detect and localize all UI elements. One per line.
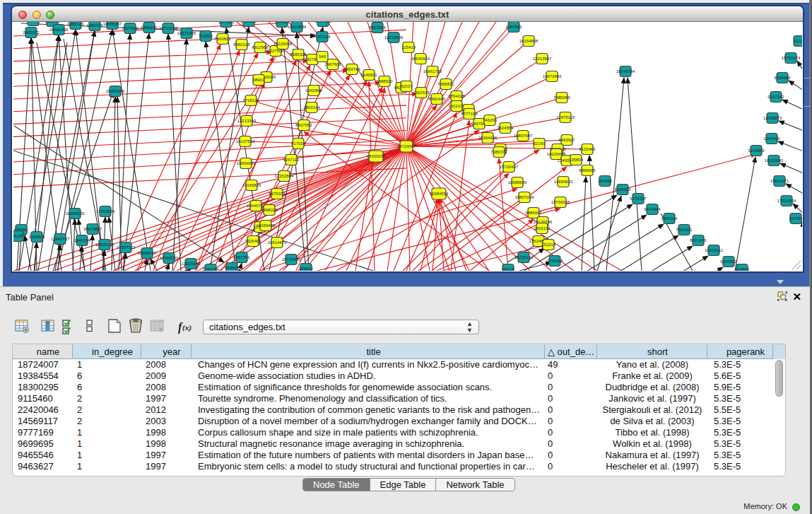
svg-text:8678332: 8678332: [269, 192, 286, 196]
svg-text:2087682: 2087682: [505, 25, 522, 29]
svg-text:9227342: 9227342: [767, 95, 784, 99]
svg-text:188045: 188045: [45, 22, 60, 23]
svg-text:15716485: 15716485: [282, 257, 301, 262]
svg-text:15226058: 15226058: [273, 42, 293, 46]
svg-text:8471676: 8471676: [690, 238, 707, 243]
svg-text:8186328: 8186328: [290, 52, 307, 57]
svg-text:9115460: 9115460: [579, 147, 596, 151]
svg-text:7625402: 7625402: [245, 239, 261, 243]
svg-text:19218506: 19218506: [384, 35, 404, 40]
svg-text:1244415: 1244415: [763, 136, 780, 141]
svg-text:10973493: 10973493: [543, 74, 562, 78]
svg-text:10807487: 10807487: [514, 134, 533, 138]
svg-text:15692971: 15692971: [770, 179, 789, 183]
svg-text:1362615: 1362615: [413, 90, 430, 95]
svg-text:817008: 817008: [291, 141, 306, 146]
svg-text:15751074: 15751074: [782, 56, 801, 60]
svg-text:944501: 944501: [225, 266, 240, 270]
svg-text:16782759: 16782759: [160, 256, 179, 260]
svg-text:12923446: 12923446: [182, 262, 201, 266]
svg-text:39159: 39159: [13, 234, 24, 238]
svg-text:164095: 164095: [598, 179, 613, 183]
svg-text:8454749: 8454749: [343, 67, 360, 71]
svg-text:1733426: 1733426: [546, 259, 563, 263]
svg-text:9457791: 9457791: [233, 255, 250, 259]
svg-text:9455011: 9455011: [241, 22, 258, 23]
svg-text:7632621: 7632621: [676, 228, 693, 232]
svg-text:9777169: 9777169: [461, 112, 478, 116]
svg-text:1292344: 1292344: [202, 267, 219, 271]
svg-text:7386372: 7386372: [490, 150, 507, 154]
svg-text:10654112: 10654112: [705, 248, 724, 252]
svg-text:62160: 62160: [534, 141, 546, 146]
svg-text:98901: 98901: [253, 78, 265, 82]
svg-text:10719155: 10719155: [159, 26, 178, 30]
svg-text:12905135: 12905135: [95, 243, 114, 247]
svg-text:1815132: 1815132: [534, 226, 551, 230]
svg-text:12942737: 12942737: [51, 237, 70, 241]
svg-text:18724007: 18724007: [397, 144, 416, 148]
svg-text:8990448: 8990448: [428, 97, 445, 101]
svg-text:10958107: 10958107: [138, 251, 157, 255]
svg-text:94052: 94052: [28, 22, 40, 23]
svg-text:2405572: 2405572: [23, 30, 40, 35]
svg-text:19384554: 19384554: [430, 192, 449, 196]
svg-text:16107553: 16107553: [236, 139, 255, 144]
svg-text:20364436: 20364436: [478, 136, 498, 140]
svg-text:746266: 746266: [483, 118, 498, 122]
svg-text:7955812: 7955812: [437, 82, 454, 86]
svg-text:125419: 125419: [401, 45, 416, 49]
svg-text:924565: 924565: [735, 267, 750, 271]
svg-text:19166825: 19166825: [242, 183, 261, 187]
svg-text:252214: 252214: [541, 243, 556, 247]
svg-text:17357223: 17357223: [117, 245, 136, 250]
svg-text:8813054: 8813054: [369, 25, 386, 30]
svg-text:116753: 116753: [789, 216, 802, 221]
svg-text:20206535: 20206535: [66, 211, 85, 216]
svg-text:(x): (x): [182, 323, 192, 332]
svg-text:7357224: 7357224: [314, 35, 331, 39]
svg-text:16033809: 16033809: [288, 25, 307, 29]
svg-text:1784522: 1784522: [314, 22, 331, 23]
svg-text:16210643: 16210643: [765, 158, 784, 163]
svg-text:135804: 135804: [569, 158, 584, 162]
svg-text:12213369: 12213369: [237, 119, 257, 123]
svg-text:12353594: 12353594: [275, 174, 294, 178]
svg-text:20053346: 20053346: [106, 89, 125, 93]
svg-text:16099489: 16099489: [257, 223, 276, 228]
svg-text:9146821: 9146821: [360, 73, 377, 77]
svg-text:2803144: 2803144: [303, 105, 320, 110]
svg-text:10688609: 10688609: [508, 180, 527, 185]
svg-text:17016504: 17016504: [777, 199, 796, 203]
svg-text:82037: 82037: [401, 84, 413, 88]
svg-text:1527602: 1527602: [122, 26, 139, 30]
svg-text:9463627: 9463627: [558, 138, 575, 142]
svg-text:12093873: 12093873: [763, 116, 782, 120]
svg-text:19654983: 19654983: [237, 161, 256, 165]
svg-text:15720407: 15720407: [500, 165, 519, 169]
svg-text:10671355: 10671355: [177, 31, 196, 35]
svg-text:17359924: 17359924: [96, 209, 115, 214]
svg-text:12213967: 12213967: [533, 57, 552, 61]
svg-text:11122: 11122: [794, 39, 802, 43]
svg-text:8427552: 8427552: [295, 123, 312, 127]
svg-text:1156829: 1156829: [29, 235, 46, 239]
svg-text:6379197: 6379197: [630, 197, 647, 201]
svg-text:19756928: 19756928: [551, 200, 570, 204]
svg-text:2967608: 2967608: [324, 62, 341, 66]
svg-text:20691406: 20691406: [49, 28, 69, 32]
svg-text:1498222: 1498222: [261, 208, 278, 212]
svg-text:751552: 751552: [199, 34, 213, 38]
svg-text:18300295: 18300295: [367, 154, 386, 158]
svg-text:9884067: 9884067: [525, 211, 542, 215]
svg-text:12975115: 12975115: [556, 115, 575, 119]
svg-text:2935114: 2935114: [661, 216, 678, 221]
svg-text:904522: 904522: [275, 22, 290, 24]
svg-text:19654923: 19654923: [554, 180, 573, 184]
svg-text:9242848: 9242848: [305, 88, 322, 93]
svg-text:5938923: 5938923: [614, 187, 631, 192]
svg-text:6794028: 6794028: [448, 94, 465, 98]
svg-text:39975867: 39975867: [83, 227, 102, 231]
svg-text:8912958: 8912958: [252, 45, 269, 49]
svg-text:9329966: 9329966: [774, 76, 791, 80]
